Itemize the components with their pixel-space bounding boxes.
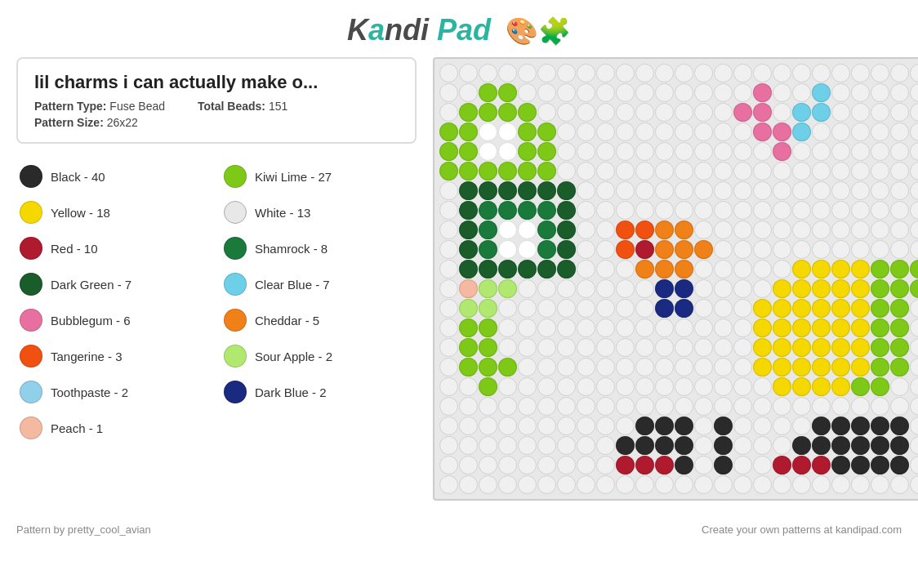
bead — [871, 103, 889, 122]
bead — [596, 181, 615, 200]
pattern-meta: Pattern Type: Fuse Bead Total Beads: 151 — [34, 100, 399, 113]
bead — [812, 475, 831, 494]
bead — [459, 122, 478, 141]
logo-icon: 🎨🧩 — [506, 16, 571, 46]
color-label: Dark Green - 7 — [51, 278, 131, 292]
bead — [577, 240, 595, 259]
bead — [577, 416, 595, 435]
bead — [537, 260, 556, 278]
bead — [871, 181, 889, 200]
bead — [890, 475, 909, 494]
bead — [831, 201, 850, 220]
bead — [773, 338, 791, 357]
bead — [851, 338, 870, 357]
bead — [733, 299, 752, 318]
bead — [851, 142, 870, 161]
bead — [812, 456, 831, 474]
bead — [812, 64, 831, 82]
bead — [655, 201, 674, 220]
bead — [616, 162, 635, 180]
bead — [733, 83, 752, 102]
bead — [616, 181, 635, 200]
bead — [557, 377, 576, 396]
bead — [479, 122, 497, 141]
bead — [577, 162, 595, 180]
color-legend: Black - 40Kiwi Lime - 27Yellow - 18White… — [16, 157, 417, 448]
bead — [773, 240, 791, 259]
bead — [871, 260, 889, 278]
bead — [537, 201, 556, 220]
bead — [577, 338, 595, 357]
bead — [753, 162, 772, 180]
bead — [733, 358, 752, 376]
bead — [479, 240, 497, 259]
bead — [831, 64, 850, 82]
bead — [851, 299, 870, 318]
bead — [890, 436, 909, 455]
bead — [557, 103, 576, 122]
bead — [616, 377, 635, 396]
bead — [910, 377, 918, 396]
bead — [753, 397, 772, 416]
bead — [910, 83, 918, 102]
bead — [910, 397, 918, 416]
color-swatch — [20, 309, 42, 332]
bead — [675, 83, 693, 102]
bead — [439, 103, 458, 122]
bead — [655, 456, 674, 474]
color-label: Clear Blue - 7 — [255, 278, 330, 292]
bead — [851, 201, 870, 220]
bead — [871, 240, 889, 259]
bead — [596, 436, 615, 455]
bead — [616, 122, 635, 141]
bead — [753, 64, 772, 82]
bead — [655, 416, 674, 435]
bead — [773, 299, 791, 318]
bead — [655, 260, 674, 278]
bead — [479, 181, 497, 200]
bead — [753, 260, 772, 278]
bead — [792, 279, 811, 298]
bead — [616, 397, 635, 416]
bead — [812, 181, 831, 200]
bead — [714, 181, 733, 200]
color-label: Shamrock - 8 — [255, 242, 328, 256]
bead — [675, 436, 693, 455]
bead — [733, 279, 752, 298]
bead — [851, 456, 870, 474]
bead — [871, 64, 889, 82]
color-label: Cheddar - 5 — [255, 314, 319, 327]
bead — [577, 397, 595, 416]
bead — [498, 122, 517, 141]
bead — [459, 240, 478, 259]
bead — [792, 318, 811, 337]
pattern-type: Pattern Type: Fuse Bead — [34, 100, 165, 113]
bead — [635, 240, 654, 259]
bead — [577, 299, 595, 318]
bead — [831, 83, 850, 102]
bead — [675, 240, 693, 259]
color-swatch — [224, 165, 247, 188]
bead — [459, 338, 478, 357]
bead — [733, 64, 752, 82]
bead — [694, 240, 713, 259]
bead — [871, 162, 889, 180]
bead — [714, 475, 733, 494]
bead — [655, 142, 674, 161]
bead — [910, 416, 918, 435]
bead — [479, 397, 497, 416]
bead — [675, 475, 693, 494]
bead — [714, 142, 733, 161]
bead — [557, 220, 576, 239]
bead — [439, 162, 458, 180]
bead — [773, 122, 791, 141]
color-label: Peach - 1 — [51, 421, 103, 435]
bead — [733, 436, 752, 455]
bead — [773, 162, 791, 180]
bead — [596, 416, 615, 435]
bead — [714, 338, 733, 357]
bead — [439, 318, 458, 337]
bead — [890, 260, 909, 278]
bead — [518, 103, 537, 122]
bead — [753, 103, 772, 122]
